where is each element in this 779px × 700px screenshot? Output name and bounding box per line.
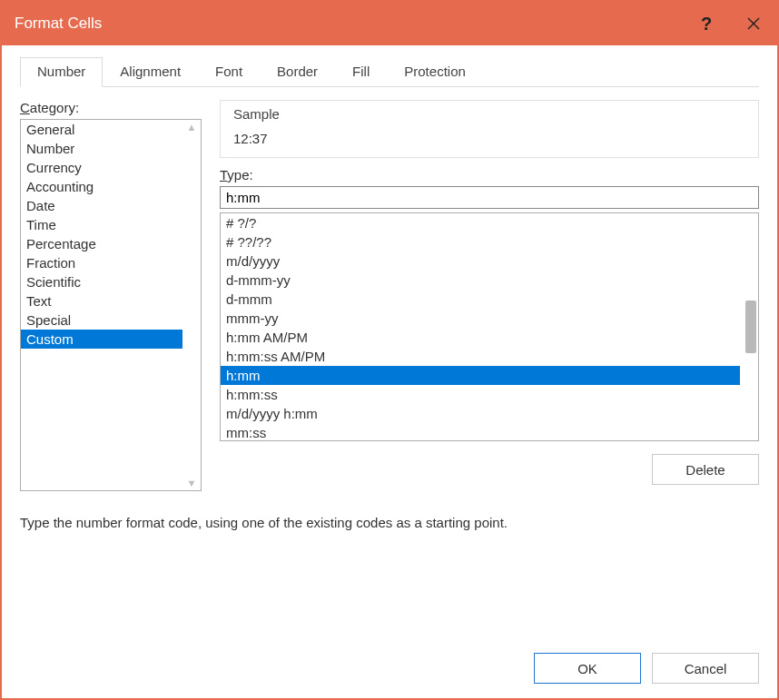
type-scrollbar-thumb[interactable] — [745, 301, 756, 353]
category-item[interactable]: Special — [21, 311, 182, 330]
type-item[interactable]: h:mm:ss AM/PM — [221, 347, 740, 366]
hint-text: Type the number format code, using one o… — [20, 515, 759, 530]
type-item[interactable]: mmm-yy — [221, 309, 740, 328]
category-item[interactable]: Fraction — [21, 253, 182, 272]
delete-button[interactable]: Delete — [652, 454, 759, 485]
window-title: Format Cells — [2, 15, 683, 33]
cancel-button[interactable]: Cancel — [652, 653, 759, 684]
type-item[interactable]: d-mmm — [221, 290, 740, 309]
format-cells-dialog: Format Cells ? NumberAlignmentFontBorder… — [0, 0, 779, 700]
type-item[interactable]: d-mmm-yy — [221, 271, 740, 290]
tab-fill[interactable]: Fill — [335, 57, 387, 87]
category-item[interactable]: Percentage — [21, 234, 182, 253]
category-item[interactable]: Number — [21, 139, 182, 158]
tab-alignment[interactable]: Alignment — [103, 57, 198, 87]
close-icon — [746, 16, 761, 31]
tab-strip: NumberAlignmentFontBorderFillProtection — [20, 56, 759, 87]
ok-button[interactable]: OK — [534, 653, 641, 684]
category-label: Category: — [20, 100, 202, 115]
category-item[interactable]: Currency — [21, 158, 182, 177]
right-column: Sample 12:37 Type: # ?/?# ??/??m/d/yyyyd… — [220, 100, 759, 491]
close-button[interactable] — [730, 2, 777, 45]
tab-number[interactable]: Number — [20, 57, 103, 87]
type-input[interactable] — [220, 186, 759, 209]
scroll-down-icon[interactable]: ▼ — [187, 478, 197, 488]
type-item[interactable]: h:mm:ss — [221, 385, 740, 404]
category-listbox[interactable]: GeneralNumberCurrencyAccountingDateTimeP… — [20, 119, 202, 491]
type-item[interactable]: mm:ss — [221, 423, 740, 440]
category-item[interactable]: Time — [21, 215, 182, 234]
type-item[interactable]: h:mm AM/PM — [221, 328, 740, 347]
tab-protection[interactable]: Protection — [387, 57, 483, 87]
upper-section: Category: GeneralNumberCurrencyAccountin… — [20, 100, 759, 491]
help-button[interactable]: ? — [683, 2, 730, 45]
sample-group: Sample 12:37 — [220, 100, 759, 158]
type-label: Type: — [220, 167, 759, 182]
category-item[interactable]: Text — [21, 291, 182, 311]
type-item[interactable]: # ??/?? — [221, 232, 740, 251]
tab-font[interactable]: Font — [198, 57, 260, 87]
sample-label: Sample — [233, 106, 745, 122]
type-item[interactable]: # ?/? — [221, 213, 740, 232]
delete-row: Delete — [220, 454, 759, 485]
category-column: Category: GeneralNumberCurrencyAccountin… — [20, 100, 202, 491]
category-item[interactable]: Accounting — [21, 177, 182, 196]
category-scrollbar[interactable]: ▲ ▼ — [182, 120, 201, 490]
category-item[interactable]: Custom — [21, 330, 182, 349]
category-item[interactable]: General — [21, 120, 182, 139]
titlebar: Format Cells ? — [2, 2, 777, 45]
category-item[interactable]: Scientific — [21, 272, 182, 291]
type-item[interactable]: m/d/yyyy h:mm — [221, 404, 740, 423]
dialog-body: NumberAlignmentFontBorderFillProtection … — [2, 45, 777, 698]
tab-content: Category: GeneralNumberCurrencyAccountin… — [20, 87, 759, 684]
tab-border[interactable]: Border — [260, 57, 335, 87]
footer-buttons: OK Cancel — [20, 653, 759, 684]
type-item[interactable]: h:mm — [221, 366, 740, 385]
type-listbox[interactable]: # ?/?# ??/??m/d/yyyyd-mmm-yyd-mmmmmm-yyh… — [220, 212, 759, 441]
sample-value: 12:37 — [233, 122, 745, 146]
type-item[interactable]: m/d/yyyy — [221, 251, 740, 271]
scroll-up-icon[interactable]: ▲ — [187, 122, 197, 133]
category-item[interactable]: Date — [21, 196, 182, 215]
